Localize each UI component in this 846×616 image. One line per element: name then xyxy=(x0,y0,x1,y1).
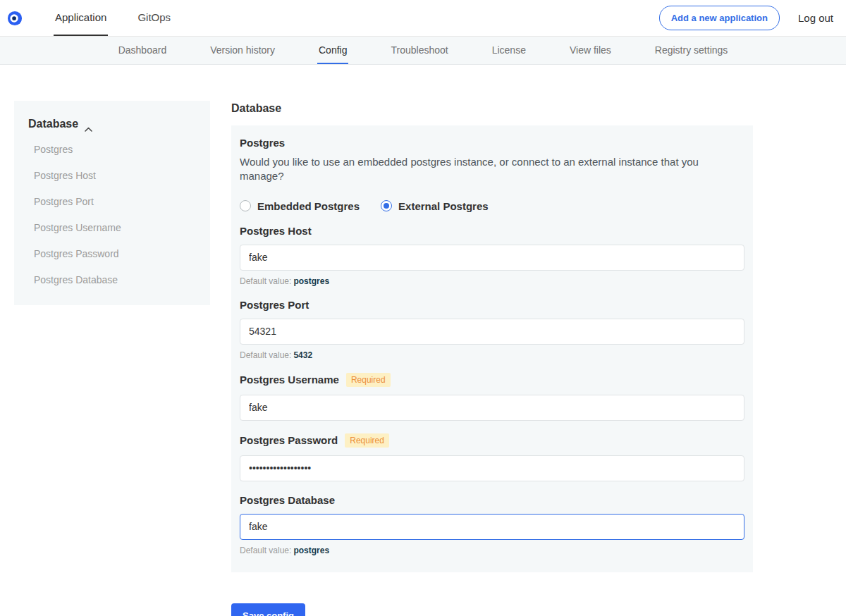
tab-label: Config xyxy=(319,44,347,56)
required-badge: Required xyxy=(346,373,391,387)
tab-license[interactable]: License xyxy=(491,37,527,64)
postgres-help-text: Would you like to use an embedded postgr… xyxy=(240,155,744,184)
add-new-application-button[interactable]: Add a new application xyxy=(659,6,780,30)
tab-troubleshoot[interactable]: Troubleshoot xyxy=(389,37,449,64)
tab-label: Dashboard xyxy=(118,44,167,56)
section-title: Database xyxy=(231,102,753,115)
sidebar-item-postgres-database[interactable]: Postgres Database xyxy=(34,274,199,285)
config-main: Database Postgres Would you like to use … xyxy=(231,101,753,616)
tab-label: License xyxy=(492,44,526,56)
log-out-link[interactable]: Log out xyxy=(798,12,833,24)
top-tab-label: GitOps xyxy=(137,11,171,23)
config-sidebar: Database Postgres Postgres Host Postgres… xyxy=(14,101,210,305)
sidebar-item-postgres[interactable]: Postgres xyxy=(34,144,199,155)
radio-external-postgres[interactable]: External Postgres xyxy=(381,200,489,212)
default-value-hint: Default value:5432 xyxy=(240,350,744,360)
required-badge: Required xyxy=(345,433,389,448)
tab-view-files[interactable]: View files xyxy=(568,37,613,64)
app-logo-icon xyxy=(7,11,23,26)
default-value-hint: Default value:postgres xyxy=(240,546,744,555)
field-postgres-database: Postgres Database Default value:postgres xyxy=(240,494,744,555)
default-value-prefix: Default value: xyxy=(240,350,291,360)
top-nav: Application GitOps xyxy=(54,0,172,36)
field-postgres-password: Postgres Password Required xyxy=(240,433,744,481)
group-label-postgres: Postgres xyxy=(240,137,744,149)
chevron-up-icon xyxy=(85,122,92,127)
postgres-username-input[interactable] xyxy=(240,395,744,421)
default-value-hint: Default value:postgres xyxy=(240,276,744,286)
top-tab-application[interactable]: Application xyxy=(54,0,108,36)
sidebar-item-list: Postgres Postgres Host Postgres Port Pos… xyxy=(34,144,199,285)
radio-embedded-postgres[interactable]: Embedded Postgres xyxy=(240,200,360,212)
tab-label: Troubleshoot xyxy=(391,44,448,56)
app-sub-nav: Dashboard Version history Config Trouble… xyxy=(0,37,846,65)
postgres-host-input[interactable] xyxy=(240,245,744,271)
postgres-port-input[interactable] xyxy=(240,319,744,345)
tab-label: View files xyxy=(570,44,611,56)
tab-registry-settings[interactable]: Registry settings xyxy=(654,37,729,64)
field-postgres-username: Postgres Username Required xyxy=(240,373,744,421)
default-value-prefix: Default value: xyxy=(240,276,291,286)
radio-label: External Postgres xyxy=(398,200,489,212)
postgres-password-input[interactable] xyxy=(240,455,744,481)
config-page: Database Postgres Postgres Host Postgres… xyxy=(0,65,846,616)
radio-label: Embedded Postgres xyxy=(257,200,360,212)
sidebar-item-postgres-username[interactable]: Postgres Username xyxy=(34,222,199,233)
tab-dashboard[interactable]: Dashboard xyxy=(117,37,168,64)
tab-version-history[interactable]: Version history xyxy=(209,37,276,64)
tab-config[interactable]: Config xyxy=(317,37,348,64)
default-value-prefix: Default value: xyxy=(240,546,291,555)
field-label: Postgres Port xyxy=(240,299,309,311)
default-value-text: postgres xyxy=(293,546,329,555)
top-tab-gitops[interactable]: GitOps xyxy=(136,0,172,36)
field-label: Postgres Database xyxy=(240,494,335,506)
top-bar-right: Add a new application Log out xyxy=(659,0,833,36)
field-label: Postgres Password xyxy=(240,434,338,446)
sidebar-item-postgres-host[interactable]: Postgres Host xyxy=(34,170,199,181)
sidebar-item-postgres-port[interactable]: Postgres Port xyxy=(34,196,199,207)
field-label: Postgres Host xyxy=(240,225,312,237)
radio-button-icon xyxy=(381,200,392,211)
default-value-text: 5432 xyxy=(293,350,312,360)
radio-button-icon xyxy=(240,200,251,211)
database-config-card: Postgres Would you like to use an embedd… xyxy=(231,125,753,572)
sidebar-group-label: Database xyxy=(28,118,78,130)
field-label: Postgres Username xyxy=(240,374,339,386)
sidebar-group-database[interactable]: Database xyxy=(28,118,199,130)
save-config-button[interactable]: Save config xyxy=(231,603,305,616)
field-postgres-host: Postgres Host Default value:postgres xyxy=(240,225,744,286)
tab-label: Registry settings xyxy=(655,44,728,56)
sidebar-item-postgres-password[interactable]: Postgres Password xyxy=(34,248,199,259)
default-value-text: postgres xyxy=(293,276,329,286)
field-postgres-port: Postgres Port Default value:5432 xyxy=(240,299,744,360)
postgres-database-input[interactable] xyxy=(240,514,744,540)
postgres-mode-radio-group: Embedded Postgres External Postgres xyxy=(240,200,744,212)
top-bar: Application GitOps Add a new application… xyxy=(0,0,846,37)
top-tab-label: Application xyxy=(55,11,106,23)
tab-label: Version history xyxy=(210,44,275,56)
